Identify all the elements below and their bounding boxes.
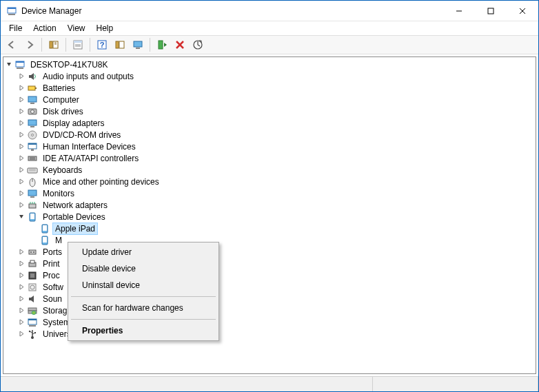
expand-icon[interactable] (16, 153, 27, 164)
svg-rect-17 (116, 41, 119, 48)
menu-help[interactable]: Help (91, 22, 119, 34)
menu-view[interactable]: View (62, 22, 91, 34)
uninstall-button[interactable] (172, 37, 188, 53)
category-portable[interactable]: Portable Devices (3, 211, 536, 223)
tree-item-label: Apple iPad (53, 223, 97, 234)
svg-rect-72 (28, 308, 37, 311)
tree-item-label: Audio inputs and outputs (41, 71, 136, 82)
properties-button[interactable] (70, 37, 86, 53)
menu-file[interactable]: File (3, 22, 28, 34)
svg-rect-4 (488, 8, 494, 14)
context-menu-item[interactable]: Uninstall device (70, 277, 217, 293)
collapse-icon[interactable] (16, 212, 27, 223)
expand-icon[interactable] (16, 94, 27, 105)
expand-icon[interactable] (16, 118, 27, 129)
expand-icon[interactable] (16, 141, 27, 152)
expand-icon[interactable] (16, 270, 27, 281)
category-disk[interactable]: Disk drives (3, 105, 536, 117)
toolbar-separator (150, 38, 150, 52)
tree-item-label: Network adapters (41, 200, 110, 211)
tree-item-label: Monitors (41, 188, 77, 199)
context-menu-item[interactable]: Scan for hardware changes (70, 300, 217, 316)
expand-icon[interactable] (16, 188, 27, 199)
monitor-icon (27, 188, 38, 199)
svg-rect-35 (28, 120, 37, 125)
svg-rect-59 (43, 225, 47, 231)
context-menu-item[interactable]: Disable device (70, 260, 217, 277)
category-keyboard[interactable]: Keyboards (3, 164, 536, 176)
status-cell (373, 377, 538, 391)
expand-icon[interactable] (16, 200, 27, 211)
context-menu-separator (71, 319, 216, 320)
svg-rect-42 (28, 156, 37, 161)
category-computer[interactable]: Computer (3, 94, 536, 105)
enable-button[interactable] (154, 37, 170, 53)
category-display[interactable]: Display adapters (3, 117, 536, 129)
svg-rect-12 (74, 41, 82, 43)
expand-icon[interactable] (16, 317, 27, 328)
context-menu-item[interactable]: Update driver (70, 244, 217, 260)
tree-item-label: Mice and other pointing devices (41, 176, 161, 187)
mouse-icon (27, 176, 38, 187)
expand-icon[interactable] (16, 71, 27, 82)
svg-rect-66 (30, 260, 34, 263)
scan-button[interactable] (190, 37, 206, 53)
tree-item-label: Proc (41, 270, 62, 281)
category-audio[interactable]: Audio inputs and outputs (3, 70, 536, 82)
expand-icon[interactable] (16, 176, 27, 187)
expand-icon[interactable] (16, 282, 27, 293)
expand-icon[interactable] (16, 106, 27, 117)
tree-item-label: Human Interface Devices (41, 141, 138, 152)
expand-icon[interactable] (16, 329, 27, 340)
category-hid[interactable]: Human Interface Devices (3, 141, 536, 152)
root-node[interactable]: DESKTOP-41K7U8K (3, 59, 536, 70)
close-button[interactable] (507, 1, 538, 21)
category-ide[interactable]: IDE ATA/ATAPI controllers (3, 152, 536, 164)
expand-icon[interactable] (16, 165, 27, 176)
svg-point-78 (31, 336, 34, 339)
expand-icon[interactable] (16, 258, 27, 269)
toolbar-separator (90, 38, 90, 52)
category-cd[interactable]: DVD/CD-ROM drives (3, 129, 536, 141)
display-icon (27, 118, 38, 129)
context-menu-separator (71, 296, 216, 297)
tree-item-label: Storag (41, 305, 69, 316)
portable-icon (27, 212, 38, 223)
svg-point-34 (31, 110, 34, 113)
back-button[interactable] (3, 37, 20, 53)
svg-rect-68 (30, 274, 34, 278)
expand-icon[interactable] (16, 305, 27, 316)
expand-icon[interactable] (16, 130, 27, 141)
toolbar-monitor-button[interactable] (130, 37, 146, 53)
category-monitor[interactable]: Monitors (3, 187, 536, 199)
context-menu-item[interactable]: Properties (70, 322, 217, 339)
battery-icon (27, 83, 38, 94)
device-item[interactable]: Apple iPad (3, 223, 536, 234)
print-icon (27, 258, 38, 269)
svg-rect-30 (35, 87, 37, 89)
svg-rect-31 (28, 96, 37, 102)
expand-icon[interactable] (16, 247, 27, 258)
forward-button[interactable] (21, 37, 38, 53)
menu-action[interactable]: Action (28, 22, 61, 34)
computer-icon (27, 94, 38, 105)
minimize-button[interactable] (443, 1, 475, 21)
tree-item-label: Display adapters (41, 118, 106, 129)
expand-icon[interactable] (16, 83, 27, 94)
collapse-icon[interactable] (3, 59, 14, 70)
expand-icon[interactable] (16, 293, 27, 305)
audio-icon (27, 71, 38, 82)
portable-icon (39, 235, 50, 246)
svg-rect-2 (8, 14, 15, 15)
ide-icon (27, 153, 38, 164)
show-hidden-button[interactable] (45, 37, 62, 53)
category-battery[interactable]: Batteries (3, 82, 536, 94)
maximize-button[interactable] (475, 1, 507, 21)
category-mouse[interactable]: Mice and other pointing devices (3, 176, 536, 187)
help-button[interactable]: ? (94, 37, 110, 53)
toolbar-action-button[interactable] (112, 37, 128, 53)
svg-point-63 (30, 251, 32, 253)
category-network[interactable]: Network adapters (3, 199, 536, 211)
svg-rect-50 (28, 190, 37, 196)
cd-icon (27, 130, 38, 141)
